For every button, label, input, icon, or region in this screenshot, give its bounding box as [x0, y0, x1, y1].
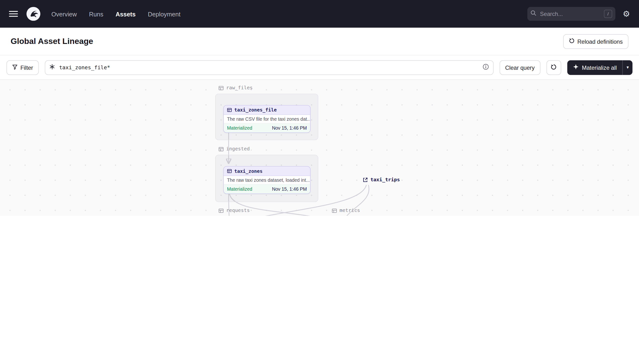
search-input[interactable] — [539, 10, 586, 18]
nav-item-assets[interactable]: Assets — [116, 10, 136, 18]
asset-status: Materialized — [227, 186, 252, 192]
dagster-logo-icon[interactable] — [26, 6, 41, 21]
lineage-canvas[interactable]: raw_files ingested requests metrics taxi… — [0, 80, 639, 216]
refresh-icon — [551, 64, 557, 71]
group-icon — [219, 208, 224, 213]
asset-selection-input[interactable] — [59, 64, 479, 71]
asset-description: The raw taxi zones dataset, loaded int..… — [224, 176, 310, 184]
nav-links: Overview Runs Assets Deployment — [52, 10, 181, 18]
materialize-all-label: Materialize all — [582, 64, 617, 71]
filter-funnel-icon — [12, 64, 18, 71]
group-name: requests — [226, 207, 250, 213]
clear-query-label: Clear query — [505, 64, 535, 71]
materialize-options-caret[interactable]: ▾ — [622, 60, 632, 75]
reload-definitions-button[interactable]: Reload definitions — [563, 34, 628, 49]
nav-item-overview[interactable]: Overview — [52, 10, 77, 18]
materialize-all-button[interactable]: Materialize all — [567, 60, 622, 75]
asset-title: taxi_zones_file — [234, 107, 277, 113]
group-label-requests[interactable]: requests — [219, 207, 250, 213]
table-icon — [227, 108, 232, 112]
external-asset-label: taxi_trips — [370, 177, 400, 182]
asset-description: The raw CSV file for the taxi zones dat.… — [224, 115, 310, 123]
nav-item-deployment[interactable]: Deployment — [148, 10, 180, 18]
asset-status: Materialized — [227, 126, 252, 130]
reload-definitions-label: Reload definitions — [577, 38, 623, 45]
hamburger-menu-icon[interactable] — [9, 11, 18, 17]
external-asset-taxi-trips[interactable]: taxi_trips — [363, 177, 400, 182]
search-icon — [530, 10, 536, 18]
group-label-raw-files[interactable]: raw_files — [219, 85, 253, 90]
page-title: Global Asset Lineage — [11, 37, 93, 46]
asset-selector-icon — [49, 64, 55, 71]
top-navbar: Overview Runs Assets Deployment / ⚙ — [0, 0, 639, 28]
nav-item-runs[interactable]: Runs — [89, 10, 103, 18]
lineage-edges — [0, 80, 639, 216]
group-icon — [219, 85, 224, 90]
filter-button[interactable]: Filter — [7, 60, 39, 75]
refresh-graph-button[interactable] — [546, 60, 561, 75]
group-label-ingested[interactable]: ingested — [219, 146, 250, 152]
group-icon — [332, 208, 337, 213]
search-shortcut-badge: / — [604, 10, 612, 18]
settings-gear-icon[interactable]: ⚙ — [623, 10, 630, 18]
global-search[interactable]: / — [527, 7, 615, 21]
group-name: ingested — [226, 146, 250, 152]
asset-node-taxi-zones[interactable]: taxi_zones The raw taxi zones dataset, l… — [223, 166, 311, 194]
asset-timestamp: Nov 15, 1:46 PM — [272, 186, 307, 192]
nav-right-cluster: / ⚙ — [527, 7, 630, 21]
materialize-all-split-button: Materialize all ▾ — [567, 60, 632, 75]
filter-label: Filter — [20, 64, 33, 71]
asset-title: taxi_zones — [234, 168, 263, 174]
page-header: Global Asset Lineage Reload definitions — [0, 28, 639, 56]
asset-node-taxi-zones-file[interactable]: taxi_zones_file The raw CSV file for the… — [223, 105, 311, 133]
group-name: raw_files — [226, 85, 253, 90]
open-in-new-icon — [363, 177, 368, 182]
group-label-metrics[interactable]: metrics — [332, 207, 360, 213]
group-icon — [219, 146, 224, 151]
table-icon — [227, 169, 232, 174]
info-icon[interactable] — [482, 63, 489, 72]
group-name: metrics — [340, 207, 360, 213]
clear-query-button[interactable]: Clear query — [499, 60, 540, 75]
asset-timestamp: Nov 15, 1:46 PM — [272, 126, 307, 130]
refresh-icon — [569, 38, 574, 45]
sparkle-icon — [573, 64, 579, 71]
dagster-app: Overview Runs Assets Deployment / ⚙ Glob… — [0, 0, 639, 216]
asset-selection-input-wrap — [45, 60, 493, 75]
lineage-toolbar: Filter Clear query — [0, 56, 639, 80]
